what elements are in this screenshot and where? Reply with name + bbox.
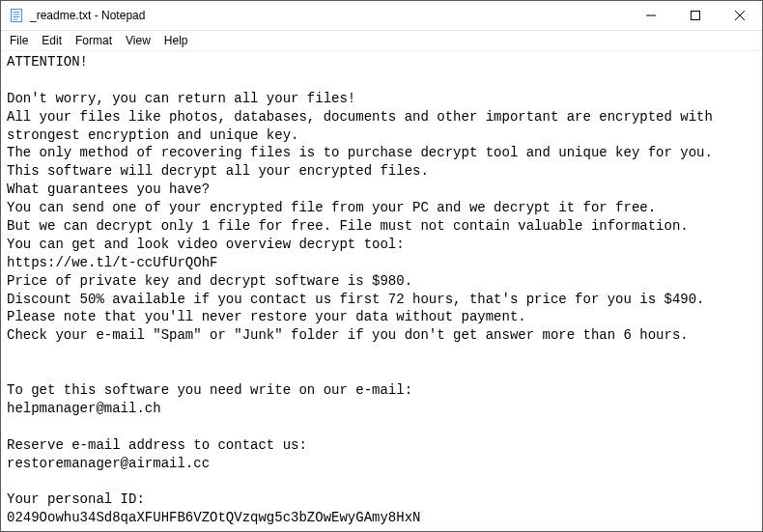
notepad-window: _readme.txt - Notepad File Edit Format V… <box>0 0 763 532</box>
menu-edit[interactable]: Edit <box>35 32 69 49</box>
menubar: File Edit Format View Help <box>1 31 762 51</box>
menu-format[interactable]: Format <box>69 32 119 49</box>
minimize-button[interactable] <box>629 1 673 30</box>
menu-help[interactable]: Help <box>157 32 195 49</box>
svg-rect-6 <box>692 12 700 20</box>
window-title: _readme.txt - Notepad <box>30 9 629 22</box>
menu-view[interactable]: View <box>119 32 157 49</box>
titlebar[interactable]: _readme.txt - Notepad <box>1 1 762 31</box>
window-controls <box>629 1 762 30</box>
close-button[interactable] <box>718 1 762 30</box>
notepad-icon <box>9 8 24 23</box>
maximize-button[interactable] <box>673 1 718 30</box>
text-area[interactable]: ATTENTION! Don't worry, you can return a… <box>1 51 762 531</box>
svg-rect-0 <box>12 10 22 22</box>
menu-file[interactable]: File <box>3 32 35 49</box>
